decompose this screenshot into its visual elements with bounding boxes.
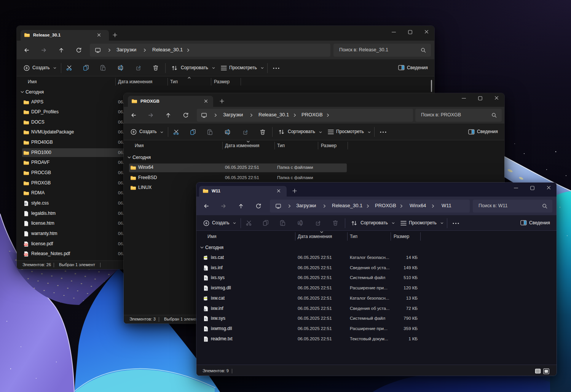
svg-text:A: A — [119, 66, 121, 70]
svg-text:PDF: PDF — [24, 244, 27, 246]
svg-text:PDF: PDF — [24, 254, 27, 256]
svg-text:A: A — [298, 221, 301, 225]
svg-text:A: A — [226, 130, 228, 133]
